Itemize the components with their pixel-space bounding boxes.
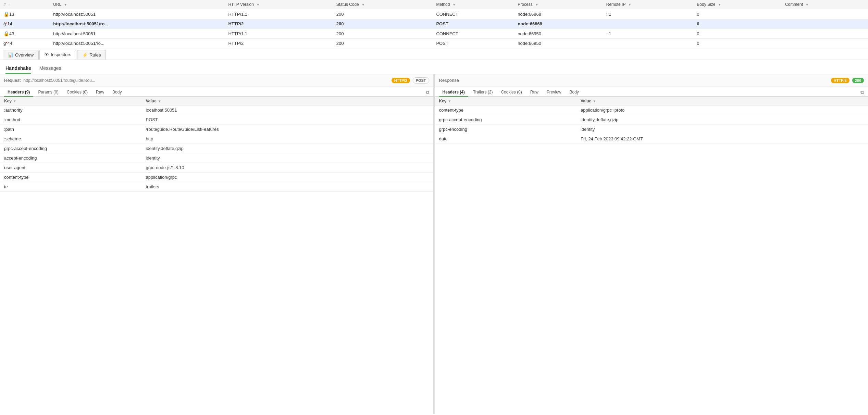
row-body-size: 0 — [693, 19, 782, 29]
sub-tab-messages[interactable]: Messages — [39, 63, 61, 74]
response-panel-tabs: Headers (4) Trailers (2) Cookies (0) Raw… — [435, 87, 868, 97]
http-version-filter-icon[interactable]: ▼ — [256, 3, 260, 7]
col-hash: # ↑ — [0, 0, 50, 9]
table-row[interactable]: ġ●14 http://localhost:50051/ro... HTTP/2… — [0, 19, 868, 29]
request-kv-header: Key ▼ Value ▼ — [0, 97, 433, 105]
header-key: content-type — [4, 175, 146, 180]
row-http-version: HTTP/1.1 — [225, 9, 333, 19]
header-key: content-type — [439, 108, 581, 113]
content-area: Request http://localhost:50051/routeguid… — [0, 74, 868, 414]
response-tab-cookies[interactable]: Cookies (0) — [497, 88, 525, 97]
tab-overview[interactable]: 📊 Overview — [3, 50, 39, 60]
comment-filter-icon[interactable]: ▼ — [805, 3, 809, 7]
requests-table: # ↑ URL ▼ HTTP Version ▼ Status Code ▼ M… — [0, 0, 868, 48]
body-size-filter-icon[interactable]: ▼ — [718, 3, 721, 7]
header-value: trailers — [146, 184, 429, 189]
header-value: Fri, 24 Feb 2023 09:42:22 GMT — [581, 136, 864, 141]
table-row[interactable]: 🔒43 http://localhost:50051 HTTP/1.1 200 … — [0, 29, 868, 39]
col-process: Process ▼ — [514, 0, 603, 9]
url-filter-icon[interactable]: ▼ — [64, 3, 67, 7]
request-header-row: :method POST — [0, 115, 433, 125]
request-header-row: content-type application/grpc — [0, 173, 433, 182]
header-key: accept-encoding — [4, 155, 146, 161]
col-url: URL ▼ — [50, 0, 225, 9]
tab-inspectors[interactable]: 👁 Inspectors — [39, 50, 76, 60]
row-process: node:66868 — [514, 9, 603, 19]
row-status-code: 200 — [333, 9, 433, 19]
response-copy-icon[interactable]: ⧉ — [860, 89, 864, 95]
remote-ip-filter-icon[interactable]: ▼ — [628, 3, 632, 7]
row-http-version: HTTP/2 — [225, 39, 333, 48]
col-remote-ip: Remote IP ▼ — [603, 0, 694, 9]
response-value-filter-icon[interactable]: ▼ — [593, 99, 596, 103]
response-http2-badge: HTTP/2 — [831, 78, 850, 83]
row-remote-ip: ::1 — [603, 9, 694, 19]
method-filter-icon[interactable]: ▼ — [452, 3, 456, 7]
header-value: identity — [146, 155, 429, 161]
process-filter-icon[interactable]: ▼ — [535, 3, 538, 7]
response-header-row: grpc-encoding identity — [435, 125, 868, 134]
request-panel-header: Request http://localhost:50051/routeguid… — [0, 74, 433, 87]
response-tab-body[interactable]: Body — [566, 88, 582, 97]
request-tab-headers[interactable]: Headers (9) — [4, 88, 33, 97]
sub-tab-handshake[interactable]: Handshake — [5, 63, 31, 74]
row-body-size: 0 — [693, 39, 782, 48]
request-header-row: accept-encoding identity — [0, 153, 433, 163]
sub-tabs-bar: Handshake Messages — [0, 60, 868, 74]
sort-icon[interactable]: ↑ — [8, 3, 10, 7]
response-key-filter-icon[interactable]: ▼ — [448, 99, 451, 103]
request-header-row: grpc-accept-encoding identity,deflate,gz… — [0, 144, 433, 153]
row-comment — [782, 29, 868, 39]
header-value: POST — [146, 117, 429, 122]
header-value: grpc-node-js/1.8.10 — [146, 165, 429, 170]
header-key: user-agent — [4, 165, 146, 170]
response-header-row: date Fri, 24 Feb 2023 09:42:22 GMT — [435, 134, 868, 144]
header-key: te — [4, 184, 146, 189]
response-status-badge: 200 — [852, 78, 864, 83]
status-code-filter-icon[interactable]: ▼ — [361, 3, 365, 7]
response-headers-list: content-type application/grpc+proto grpc… — [435, 105, 868, 144]
request-headers-scroll[interactable]: :authority localhost:50051 :method POST … — [0, 105, 433, 414]
header-key: :path — [4, 127, 146, 132]
header-key: grpc-accept-encoding — [439, 117, 581, 122]
col-method: Method ▼ — [433, 0, 514, 9]
request-key-filter-icon[interactable]: ▼ — [13, 99, 16, 103]
request-url: http://localhost:50051/routeguide.Rou... — [23, 78, 388, 83]
rules-icon: ⚡ — [82, 52, 88, 58]
request-tab-raw[interactable]: Raw — [92, 88, 108, 97]
row-http-version: HTTP/1.1 — [225, 29, 333, 39]
request-value-filter-icon[interactable]: ▼ — [158, 99, 161, 103]
table-row[interactable]: 🔒13 http://localhost:50051 HTTP/1.1 200 … — [0, 9, 868, 19]
request-header-row: :path /routeguide.RouteGuide/ListFeature… — [0, 125, 433, 134]
request-tab-body[interactable]: Body — [109, 88, 125, 97]
response-tab-headers[interactable]: Headers (4) — [439, 88, 468, 97]
row-http-version: HTTP/2 — [225, 19, 333, 29]
response-header-row: grpc-accept-encoding identity,deflate,gz… — [435, 115, 868, 125]
request-tab-cookies[interactable]: Cookies (0) — [63, 88, 91, 97]
row-status-code: 200 — [333, 39, 433, 48]
request-tab-params[interactable]: Params (0) — [35, 88, 62, 97]
response-title: Response — [439, 78, 459, 83]
response-panel-header: Response HTTP/2 200 — [435, 74, 868, 87]
request-header-row: :authority localhost:50051 — [0, 105, 433, 115]
header-key: grpc-encoding — [439, 127, 581, 132]
row-method: POST — [433, 39, 514, 48]
tab-rules[interactable]: ⚡ Rules — [77, 50, 106, 60]
header-key: :authority — [4, 108, 146, 113]
request-copy-icon[interactable]: ⧉ — [426, 89, 429, 95]
row-id: 🔒13 — [0, 9, 50, 19]
header-value: application/grpc — [146, 175, 429, 180]
row-comment — [782, 19, 868, 29]
header-value: application/grpc+proto — [581, 108, 864, 113]
response-headers-scroll[interactable]: content-type application/grpc+proto grpc… — [435, 105, 868, 414]
response-header-row: content-type application/grpc+proto — [435, 105, 868, 115]
header-key: :scheme — [4, 136, 146, 141]
request-panel-tabs: Headers (9) Params (0) Cookies (0) Raw B… — [0, 87, 433, 97]
header-value: localhost:50051 — [146, 108, 429, 113]
response-tab-preview[interactable]: Preview — [543, 88, 565, 97]
col-comment: Comment ▼ — [782, 0, 868, 9]
response-tab-raw[interactable]: Raw — [527, 88, 542, 97]
table-row[interactable]: ġ●44 http://localhost:50051/ro... HTTP/2… — [0, 39, 868, 48]
response-tab-trailers[interactable]: Trailers (2) — [470, 88, 496, 97]
response-panel: Response HTTP/2 200 Headers (4) Trailers… — [435, 74, 868, 414]
